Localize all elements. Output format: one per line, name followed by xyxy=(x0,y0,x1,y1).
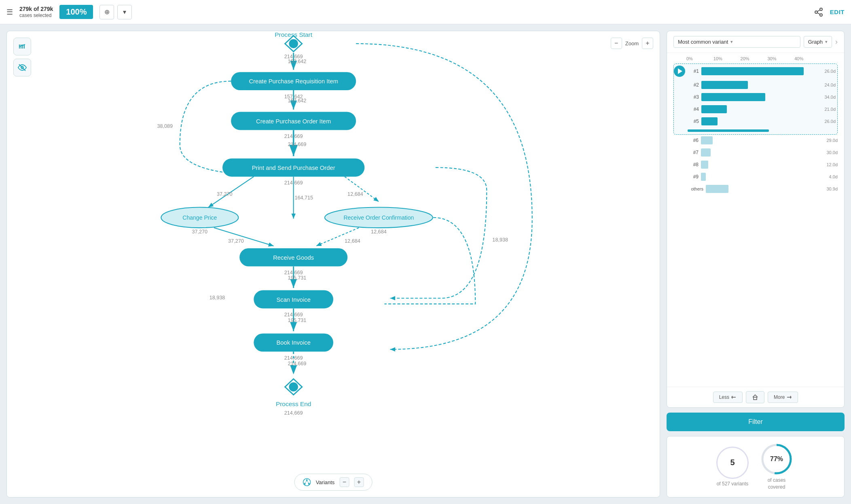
chart-axis: 0% 10% 20% 30% 40% xyxy=(673,56,838,61)
right-panel: Most common variant ▾ Graph ▾ › 0% 10% 2… xyxy=(667,31,845,498)
bar-container-others[interactable] xyxy=(706,185,820,193)
process-flow-svg: Process Start 214,669 157,642 Create Pur… xyxy=(7,31,660,497)
bar-time-7: 30.0d xyxy=(822,150,838,155)
svg-text:Receive Goods: Receive Goods xyxy=(273,254,314,261)
svg-text:Print and Send Purchase Order: Print and Send Purchase Order xyxy=(252,165,335,171)
bar-label-4: #4 xyxy=(688,106,699,112)
chevron-down-button[interactable]: ▾ xyxy=(117,5,132,19)
svg-line-32 xyxy=(345,177,379,202)
home-button[interactable] xyxy=(746,391,764,403)
bar-time-1: 26.0d xyxy=(820,69,836,74)
svg-text:12,684: 12,684 xyxy=(347,191,363,197)
svg-text:214,669: 214,669 xyxy=(288,361,307,366)
filter-button[interactable]: Filter xyxy=(672,418,839,426)
more-button[interactable]: More xyxy=(768,392,798,403)
svg-point-14 xyxy=(289,39,298,48)
variant-dropdown[interactable]: Most common variant ▾ xyxy=(673,36,800,48)
bar-label-others: others xyxy=(687,186,703,191)
svg-text:37,270: 37,270 xyxy=(217,191,233,197)
graph-dropdown[interactable]: Graph ▾ xyxy=(804,36,832,48)
svg-line-65 xyxy=(305,481,307,483)
eye-icon xyxy=(18,63,27,72)
chart-area: 0% 10% 20% 30% 40% #1 xyxy=(667,53,844,387)
svg-text:195,731: 195,731 xyxy=(288,318,307,323)
svg-text:157,642: 157,642 xyxy=(288,98,307,104)
svg-text:164,715: 164,715 xyxy=(294,195,313,201)
zoom-toolbar: − Zoom + xyxy=(611,38,653,49)
menu-icon[interactable]: ☰ xyxy=(6,8,13,17)
eye-button[interactable] xyxy=(13,59,31,76)
svg-text:Book Invoice: Book Invoice xyxy=(276,339,310,346)
bar-label-7: #7 xyxy=(687,150,699,155)
share-icon[interactable] xyxy=(814,7,823,17)
graph-sidebar xyxy=(13,38,31,76)
svg-text:Receive Order Confirmation: Receive Order Confirmation xyxy=(343,214,414,221)
bar-container-7[interactable] xyxy=(701,148,820,157)
bar-time-2: 24.0d xyxy=(820,83,836,87)
main-content: − Zoom + Process Start 214,669 157,642 xyxy=(0,24,851,504)
svg-point-0 xyxy=(820,8,822,11)
more-label: More xyxy=(774,394,785,400)
cases-count: 279k of 279k xyxy=(19,5,53,13)
svg-text:12,684: 12,684 xyxy=(345,238,360,244)
coverage-stat: 77% of cases covered xyxy=(758,443,795,491)
axis-20: 20% xyxy=(741,56,768,61)
svg-text:Process Start: Process Start xyxy=(275,31,312,38)
coverage-percentage: 77% xyxy=(770,455,783,463)
bar-container-9[interactable] xyxy=(701,173,820,181)
bar-container-3[interactable] xyxy=(701,93,818,101)
variants-circle: 5 xyxy=(716,447,749,479)
less-button[interactable]: Less xyxy=(713,392,743,403)
chart-header: Most common variant ▾ Graph ▾ › xyxy=(667,31,844,53)
svg-point-64 xyxy=(308,483,310,485)
svg-line-66 xyxy=(307,481,309,483)
topbar: ☰ 279k of 279k cases selected 100% ⊕ ▾ E… xyxy=(0,0,851,24)
variant-chart-card: Most common variant ▾ Graph ▾ › 0% 10% 2… xyxy=(667,31,845,408)
more-icon xyxy=(786,394,792,400)
play-button[interactable] xyxy=(674,66,685,77)
filter-card: Filter xyxy=(667,413,845,431)
variants-bar: Variants − + xyxy=(294,474,373,491)
bar-time-9: 4.0d xyxy=(822,174,838,179)
bar-container-1[interactable] xyxy=(701,67,818,75)
bar-time-4: 21.0d xyxy=(820,107,836,112)
zoom-out-button[interactable]: − xyxy=(611,38,622,49)
bar-row-9: #9 4.0d xyxy=(673,173,838,181)
bar-time-8: 12.0d xyxy=(822,162,838,167)
bar-time-5: 26.0d xyxy=(820,119,836,124)
nav-arrow-button[interactable]: › xyxy=(835,38,838,46)
tally-button[interactable] xyxy=(13,38,31,55)
svg-point-1 xyxy=(815,11,817,13)
bar-label-5: #5 xyxy=(688,119,699,124)
svg-text:18,938: 18,938 xyxy=(492,237,508,243)
svg-text:214,669: 214,669 xyxy=(284,410,303,416)
selection-indicator-bar xyxy=(688,129,769,132)
variants-plus-button[interactable]: + xyxy=(354,477,364,487)
svg-text:195,731: 195,731 xyxy=(288,275,307,281)
svg-point-58 xyxy=(289,382,298,391)
svg-text:18,938: 18,938 xyxy=(210,295,225,301)
svg-text:214,669: 214,669 xyxy=(288,142,307,147)
bar-time-others: 30.9d xyxy=(822,186,838,191)
variant-dropdown-label: Most common variant xyxy=(678,39,728,45)
dropdown-chevron-icon: ▾ xyxy=(730,39,733,44)
variants-count: 5 xyxy=(730,458,735,467)
variants-minus-button[interactable]: − xyxy=(339,477,349,487)
bar-container-2[interactable] xyxy=(701,81,818,89)
zoom-in-button[interactable]: + xyxy=(642,38,653,49)
bar-fill-2 xyxy=(701,81,748,89)
bar-container-6[interactable] xyxy=(701,136,820,144)
percentage-badge: 100% xyxy=(59,5,93,19)
bar-fill-8 xyxy=(701,161,708,169)
bar-container-5[interactable] xyxy=(701,117,818,125)
svg-text:Create Purchase Order Item: Create Purchase Order Item xyxy=(256,118,331,125)
edit-button[interactable]: EDIT xyxy=(830,8,845,15)
add-view-button[interactable]: ⊕ xyxy=(99,5,114,19)
svg-line-3 xyxy=(817,13,820,14)
bar-fill-4 xyxy=(701,105,727,113)
bar-label-3: #3 xyxy=(688,94,699,100)
svg-text:37,270: 37,270 xyxy=(192,229,208,235)
bar-container-8[interactable] xyxy=(701,161,820,169)
svg-text:Create Purchase Requisition It: Create Purchase Requisition Item xyxy=(249,78,338,85)
bar-container-4[interactable] xyxy=(701,105,818,113)
